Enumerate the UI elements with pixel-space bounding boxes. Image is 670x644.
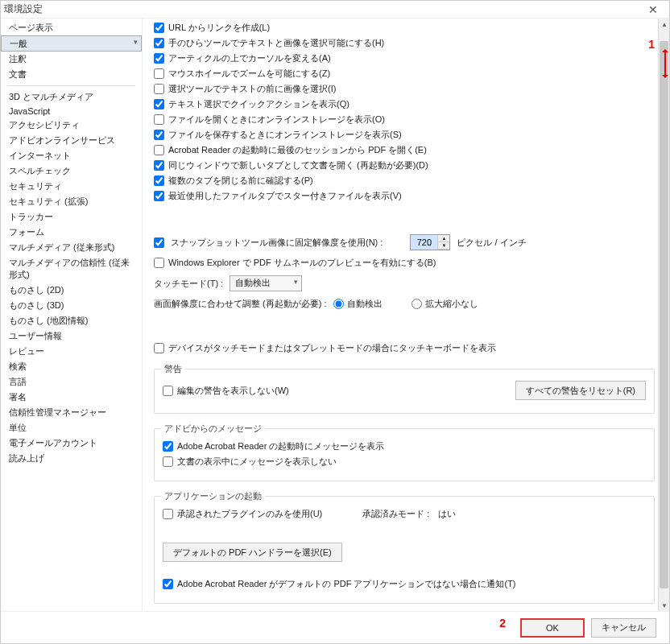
option-label: アーティクルの上でカーソルを変える(A) (168, 52, 331, 64)
sidebar-item[interactable]: ユーザー情報 (1, 328, 142, 344)
sidebar-item[interactable]: セキュリティ (拡張) (1, 194, 142, 209)
sidebar-item[interactable]: トラッカー (1, 209, 142, 225)
annotation-1: 1 (648, 38, 655, 51)
option-row: URL からリンクを作成(L) (154, 22, 655, 34)
option-row: ファイルを開くときにオンラインストレージを表示(O) (154, 114, 655, 126)
scrollbar[interactable]: ▲ ▼ (658, 19, 669, 611)
scroll-up-icon[interactable]: ▲ (659, 19, 669, 30)
preferences-dialog: 環境設定 ✕ ページ表示一般注釈文書3D とマルチメディアJavaScriptア… (0, 0, 670, 644)
hide-edit-warning-checkbox[interactable] (163, 386, 173, 396)
sidebar-item[interactable]: マルチメディア (従来形式) (1, 240, 142, 255)
sidebar-item[interactable]: 単位 (1, 420, 142, 436)
sidebar-item[interactable]: 署名 (1, 390, 142, 405)
sidebar-item[interactable]: セキュリティ (1, 179, 142, 194)
sidebar-item[interactable]: 電子メールアカウント (1, 436, 142, 451)
sidebar-item[interactable]: 文書 (1, 67, 142, 82)
sidebar-item[interactable]: スペルチェック (1, 163, 142, 179)
default-pdf-notify-checkbox[interactable] (163, 579, 173, 589)
option-checkbox[interactable] (154, 175, 164, 186)
viewing-message-checkbox[interactable] (163, 456, 173, 467)
startup-message-row: Adobe Acrobat Reader の起動時にメッセージを表示 (163, 440, 646, 452)
content-panel: URL からリンクを作成(L)手のひらツールでテキストと画像を選択可能にする(H… (143, 19, 669, 611)
resolution-noscale-radio[interactable]: 拡大縮小なし (412, 298, 478, 310)
option-checkbox[interactable] (154, 160, 164, 171)
sidebar-item[interactable]: 一般 (1, 35, 142, 52)
sidebar-item[interactable]: 信頼性管理マネージャー (1, 405, 142, 420)
stepper-down-icon[interactable]: ▼ (438, 242, 449, 250)
dialog-footer: 2 OK キャンセル (1, 611, 669, 643)
viewing-message-label: 文書の表示中にメッセージを表示しない (177, 456, 337, 468)
option-label: Acrobat Reader の起動時に最後のセッションから PDF を開く(E… (168, 144, 427, 156)
sidebar-item[interactable]: レビュー (1, 344, 142, 359)
startup-message-checkbox[interactable] (163, 441, 173, 452)
touch-mode-select[interactable]: 自動検出 (230, 275, 302, 291)
option-checkbox[interactable] (154, 68, 164, 79)
resolution-row: 画面解像度に合わせて調整 (再起動が必要) : 自動検出 拡大縮小なし (154, 298, 655, 310)
sidebar-item[interactable]: 注釈 (1, 52, 142, 67)
snapshot-unit: ピクセル / インチ (457, 237, 526, 249)
sidebar-item[interactable]: インターネット (1, 148, 142, 163)
certified-plugins-row: 承認されたプラグインのみを使用(U) 承認済みモード : はい (163, 508, 646, 520)
scroll-down-icon[interactable]: ▼ (659, 600, 669, 611)
sidebar-item[interactable]: アクセシビリティ (1, 118, 142, 133)
reset-warnings-button[interactable]: すべての警告をリセット(R) (515, 381, 646, 400)
resolution-label: 画面解像度に合わせて調整 (再起動が必要) : (154, 298, 327, 310)
sidebar-item[interactable]: 3D とマルチメディア (1, 89, 142, 105)
adobe-messages-group: アドビからのメッセージ Adobe Acrobat Reader の起動時にメッ… (154, 428, 655, 481)
touch-mode-label: タッチモード(T) : (154, 278, 223, 290)
sidebar-item[interactable]: フォーム (1, 225, 142, 240)
option-row: Acrobat Reader の起動時に最後のセッションから PDF を開く(E… (154, 144, 655, 156)
sidebar-item[interactable]: ものさし (地図情報) (1, 313, 142, 328)
option-row: 複数のタブを閉じる前に確認する(P) (154, 175, 655, 187)
option-checkbox[interactable] (154, 38, 164, 48)
default-handler-button[interactable]: デフォルトの PDF ハンドラーを選択(E) (163, 543, 342, 562)
option-checkbox[interactable] (154, 84, 164, 94)
certified-plugins-checkbox[interactable] (163, 509, 173, 519)
option-checkbox[interactable] (154, 145, 164, 155)
option-row: ファイルを保存するときにオンラインストレージを表示(S) (154, 129, 655, 141)
option-label: マウスホイールでズームを可能にする(Z) (168, 68, 330, 80)
explorer-preview-checkbox[interactable] (154, 258, 164, 268)
scrollbar-thumb[interactable] (660, 41, 668, 588)
stepper-up-icon[interactable]: ▲ (438, 235, 449, 242)
warning-legend: 警告 (161, 363, 185, 375)
snapshot-value: 720 (411, 235, 438, 250)
sidebar-item[interactable]: アドビオンラインサービス (1, 133, 142, 148)
sidebar-item[interactable]: ものさし (3D) (1, 298, 142, 313)
option-label: 選択ツールでテキストの前に画像を選択(I) (168, 83, 336, 95)
tablet-keyboard-label: デバイスがタッチモードまたはタブレットモードの場合にタッチキーボードを表示 (168, 342, 496, 354)
adobe-messages-legend: アドビからのメッセージ (161, 423, 265, 435)
sidebar-item[interactable]: JavaScript (1, 105, 142, 118)
sidebar-item[interactable]: 言語 (1, 374, 142, 390)
sidebar-item[interactable]: 検索 (1, 359, 142, 374)
tablet-keyboard-checkbox[interactable] (154, 343, 164, 353)
option-label: 最近使用したファイルタブでスター付きファイルを表示(V) (168, 190, 402, 202)
titlebar: 環境設定 ✕ (1, 1, 669, 19)
sidebar-item[interactable]: ものさし (2D) (1, 283, 142, 298)
app-launch-legend: アプリケーションの起動 (161, 490, 265, 502)
option-row: 同じウィンドウで新しいタブとして文書を開く (再起動が必要)(D) (154, 159, 655, 171)
sidebar-item[interactable]: マルチメディアの信頼性 (従来形式) (1, 255, 142, 283)
explorer-preview-row: Windows Explorer で PDF サムネールのプレビューを有効にする… (154, 257, 655, 269)
option-label: ファイルを開くときにオンラインストレージを表示(O) (168, 114, 385, 126)
resolution-auto-radio[interactable]: 自動検出 (333, 298, 383, 310)
option-checkbox[interactable] (154, 130, 164, 140)
option-checkbox[interactable] (154, 191, 164, 201)
sidebar-item[interactable]: ページ表示 (1, 20, 142, 35)
dialog-title: 環境設定 (4, 2, 640, 16)
option-checkbox[interactable] (154, 53, 164, 64)
option-checkbox[interactable] (154, 99, 164, 109)
option-row: 選択ツールでテキストの前に画像を選択(I) (154, 83, 655, 95)
cancel-button[interactable]: キャンセル (591, 618, 656, 638)
option-checkbox[interactable] (154, 23, 164, 33)
tablet-keyboard-row: デバイスがタッチモードまたはタブレットモードの場合にタッチキーボードを表示 (154, 342, 655, 354)
close-button[interactable]: ✕ (640, 2, 666, 18)
snapshot-resolution-input[interactable]: 720 ▲▼ (410, 234, 450, 250)
ok-button[interactable]: OK (520, 618, 585, 638)
snapshot-checkbox[interactable] (154, 237, 164, 248)
hide-edit-warning-row: 編集の警告を表示しない(W) すべての警告をリセット(R) (163, 381, 646, 400)
snapshot-row: スナップショットツール画像に固定解像度を使用(N) : 720 ▲▼ ピクセル … (154, 234, 655, 250)
app-launch-group: アプリケーションの起動 承認されたプラグインのみを使用(U) 承認済みモード :… (154, 496, 655, 604)
option-checkbox[interactable] (154, 114, 164, 125)
sidebar-item[interactable]: 読み上げ (1, 451, 142, 466)
